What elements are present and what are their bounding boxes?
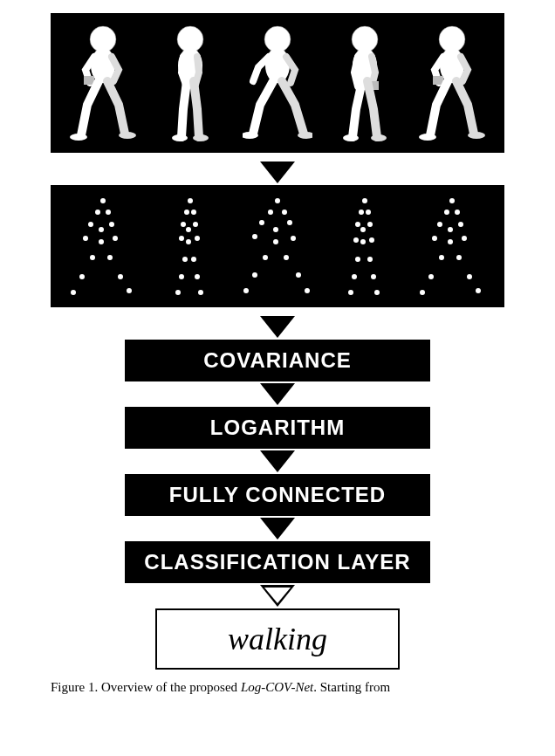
arrow-2	[260, 316, 295, 338]
caption-model-name: Log-COV-Net	[241, 680, 313, 694]
arrow-4	[260, 450, 295, 472]
classification-layer: CLASSIFICATION LAYER	[125, 541, 430, 583]
svg-rect-20	[433, 76, 443, 85]
joint-cluster-2	[151, 194, 230, 299]
svg-point-21	[419, 134, 436, 141]
logarithm-layer: LOGARITHM	[125, 407, 430, 449]
arrow-5	[260, 518, 295, 540]
arrow-1	[260, 162, 295, 183]
walking-figure-3	[243, 22, 312, 144]
walking-figure-4	[330, 22, 400, 144]
svg-point-7	[172, 134, 188, 141]
svg-point-16	[343, 134, 359, 141]
arrow-3	[260, 383, 295, 405]
walking-figure-5	[417, 22, 487, 144]
arrow-output	[260, 585, 295, 607]
svg-point-17	[371, 134, 387, 141]
caption-prefix: Figure 1. Overview of the proposed	[51, 680, 241, 694]
joint-cluster-1	[64, 194, 142, 299]
joint-cluster-4	[325, 194, 404, 299]
covariance-layer: COVARIANCE	[125, 340, 430, 381]
output-label: walking	[155, 608, 400, 670]
joint-cluster-5	[413, 194, 491, 299]
svg-point-4	[119, 132, 136, 139]
fully-connected-layer: FULLY CONNECTED	[125, 474, 430, 516]
svg-rect-2	[84, 76, 94, 85]
svg-point-10	[265, 48, 290, 83]
walking-figure-1	[68, 22, 138, 144]
walking-figure-2	[155, 22, 225, 144]
svg-point-8	[193, 134, 209, 141]
input-figures-panel	[51, 13, 504, 153]
caption-suffix: . Starting from	[313, 680, 390, 694]
svg-point-3	[70, 134, 87, 141]
svg-point-22	[468, 132, 485, 139]
joint-cluster-3	[238, 194, 317, 299]
figure-caption: Figure 1. Overview of the proposed Log-C…	[24, 680, 531, 695]
joints-panel	[51, 185, 504, 307]
